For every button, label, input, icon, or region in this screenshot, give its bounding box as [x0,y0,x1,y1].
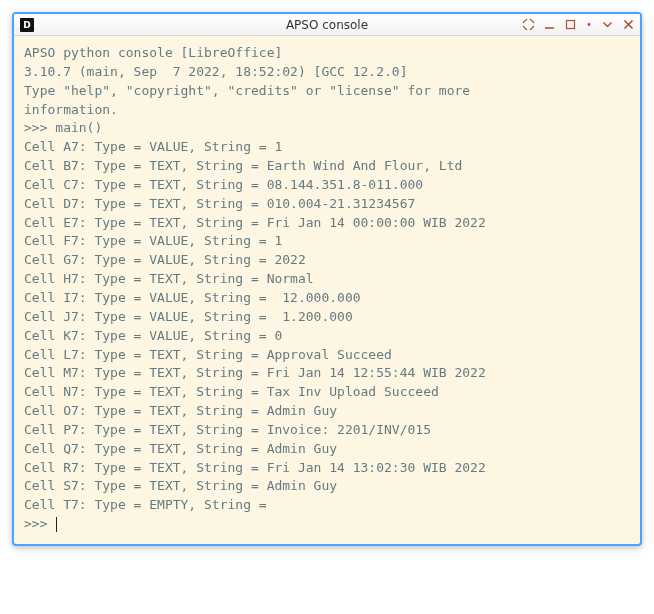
console-prompt: >>> [24,515,55,534]
console-row: Cell P7: Type = TEXT, String = Invoice: … [24,422,431,437]
console-row: Cell N7: Type = TEXT, String = Tax Inv U… [24,384,439,399]
console-row: Cell R7: Type = TEXT, String = Fri Jan 1… [24,460,486,475]
console-header-line: Type "help", "copyright", "credits" or "… [24,83,470,98]
console-row: Cell I7: Type = VALUE, String = 12.000.0… [24,290,361,305]
rollup-icon[interactable] [523,19,534,30]
svg-rect-0 [523,19,534,30]
console-row: Cell C7: Type = TEXT, String = 08.144.35… [24,177,423,192]
window-controls [523,19,634,30]
console-row: Cell G7: Type = VALUE, String = 2022 [24,252,306,267]
text-cursor [56,517,57,532]
console-row: Cell M7: Type = TEXT, String = Fri Jan 1… [24,365,486,380]
chevron-down-icon[interactable] [602,19,613,30]
svg-point-3 [588,23,591,26]
console-row: Cell T7: Type = EMPTY, String = [24,497,274,512]
console-window: D APSO console APSO python console [Libr… [12,12,642,546]
console-header-line: 3.10.7 (main, Sep 7 2022, 18:52:02) [GCC… [24,64,408,79]
console-row: Cell H7: Type = TEXT, String = Normal [24,271,314,286]
console-row: Cell F7: Type = VALUE, String = 1 [24,233,282,248]
minimize-icon[interactable] [544,19,555,30]
console-header-line: information. [24,102,118,117]
app-icon: D [20,18,34,32]
console-row: Cell S7: Type = TEXT, String = Admin Guy [24,478,337,493]
close-icon[interactable] [623,19,634,30]
console-prompt-line: >>> main() [24,120,102,135]
window-title: APSO console [286,18,368,32]
console-output[interactable]: APSO python console [LibreOffice] 3.10.7… [14,36,640,544]
console-row: Cell L7: Type = TEXT, String = Approval … [24,347,392,362]
console-row: Cell J7: Type = VALUE, String = 1.200.00… [24,309,353,324]
console-header-line: APSO python console [LibreOffice] [24,45,282,60]
console-row: Cell B7: Type = TEXT, String = Earth Win… [24,158,462,173]
maximize-icon[interactable] [565,19,576,30]
console-row: Cell O7: Type = TEXT, String = Admin Guy [24,403,337,418]
console-row: Cell Q7: Type = TEXT, String = Admin Guy [24,441,337,456]
dot-icon[interactable] [586,19,592,30]
console-row: Cell K7: Type = VALUE, String = 0 [24,328,282,343]
console-row: Cell E7: Type = TEXT, String = Fri Jan 1… [24,215,486,230]
console-row: Cell A7: Type = VALUE, String = 1 [24,139,282,154]
svg-rect-2 [567,21,575,29]
titlebar[interactable]: D APSO console [14,14,640,36]
console-row: Cell D7: Type = TEXT, String = 010.004-2… [24,196,415,211]
